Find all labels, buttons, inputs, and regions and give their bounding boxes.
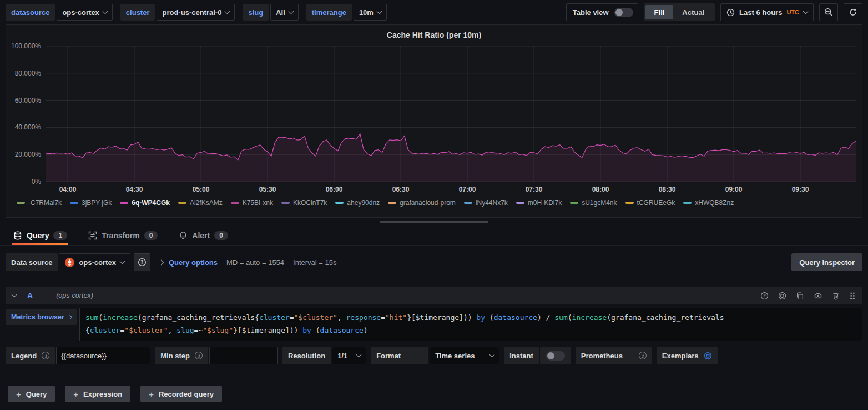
tab-transform[interactable]: Transform0 xyxy=(87,228,159,245)
promql-editor[interactable]: sum(increase(grafana_caching_retrievals{… xyxy=(79,308,862,341)
zoom-out-button[interactable] xyxy=(819,3,838,21)
legend-item[interactable]: xHWQB8Znz xyxy=(683,199,734,207)
add-recorded-query-button[interactable]: +Recorded query xyxy=(140,386,222,402)
variable-slug: slug All xyxy=(243,4,298,21)
svg-text:05:30: 05:30 xyxy=(259,186,276,193)
time-range-picker[interactable]: Last 6 hours UTC xyxy=(720,3,814,21)
legend-item[interactable]: sU1gcM4nk xyxy=(570,199,617,207)
min-step-input[interactable] xyxy=(209,347,278,364)
pane-resize-row xyxy=(0,218,868,226)
format-select[interactable]: Time series xyxy=(430,347,499,364)
actual-button[interactable]: Actual xyxy=(673,5,713,19)
tab-label: Alert xyxy=(192,231,210,240)
time-range-label: Last 6 hours xyxy=(739,8,782,17)
variable-value-timerange[interactable]: 10m xyxy=(354,4,387,21)
query-datasource-hint: (ops-cortex) xyxy=(56,292,93,299)
instant-label-box: Instant xyxy=(504,347,539,364)
tab-alert[interactable]: Alert0 xyxy=(178,228,229,245)
chevron-right-icon xyxy=(158,259,164,265)
metrics-browser-button[interactable]: Metrics browser xyxy=(6,309,77,325)
add-expression-button[interactable]: +Expression xyxy=(65,386,130,402)
button-label: Query xyxy=(26,390,47,398)
help-circle-icon: ? xyxy=(138,258,147,267)
instant-toggle[interactable] xyxy=(546,351,565,361)
legend-item[interactable]: grafanacloud-prom xyxy=(388,199,456,207)
display-mode-group: Fill Actual xyxy=(644,3,715,21)
variable-value-text: prod-us-central-0 xyxy=(162,8,221,17)
max-data-points-text: MD = auto = 1554 xyxy=(226,258,284,267)
record-icon[interactable] xyxy=(778,292,786,300)
legend-item[interactable]: tCGRUEeGk xyxy=(625,199,675,207)
legend-series-name: -C7RMai7k xyxy=(28,199,62,207)
query-options-toggle[interactable]: Query options xyxy=(159,258,218,267)
button-label: Recorded query xyxy=(159,390,214,398)
svg-text:04:00: 04:00 xyxy=(59,186,77,193)
info-icon[interactable]: i xyxy=(42,352,49,359)
legend-swatch xyxy=(625,202,634,204)
legend-input[interactable] xyxy=(56,347,150,364)
legend-item[interactable]: 6q-WP4CGk xyxy=(120,199,170,207)
legend-item[interactable]: m0H-KDi7k xyxy=(516,199,562,207)
datasource-label: Data source xyxy=(6,253,58,271)
datasource-help-button[interactable]: ? xyxy=(134,253,150,271)
svg-text:07:00: 07:00 xyxy=(459,186,476,193)
table-view-toggle[interactable] xyxy=(614,8,633,17)
variable-datasource: datasource ops-cortex xyxy=(6,4,113,21)
format-label: Format xyxy=(376,352,401,360)
info-icon[interactable]: i xyxy=(195,352,203,359)
legend-item[interactable]: 3jBPY-jGk xyxy=(70,199,112,207)
min-step-label-box: Min stepi xyxy=(155,347,208,364)
info-icon[interactable]: i xyxy=(639,352,647,359)
query-row-header: A (ops-cortex) ? xyxy=(6,287,862,304)
pane-resize-handle[interactable] xyxy=(380,221,488,223)
legend-swatch xyxy=(388,202,396,204)
variable-value-cluster[interactable]: prod-us-central-0 xyxy=(157,4,235,21)
chevron-right-icon xyxy=(68,315,72,319)
help-icon[interactable]: ? xyxy=(760,292,769,300)
tab-query[interactable]: Query1 xyxy=(12,228,68,245)
legend-item[interactable]: -C7RMai7k xyxy=(17,199,62,207)
chevron-down-icon xyxy=(376,9,382,14)
svg-text:80.000%: 80.000% xyxy=(15,69,42,77)
fill-button[interactable]: Fill xyxy=(645,5,674,19)
variable-cluster: cluster prod-us-central-0 xyxy=(120,4,235,21)
query-type-option: Prometheusi xyxy=(576,347,652,364)
refresh-button[interactable] xyxy=(844,3,862,21)
variable-value-datasource[interactable]: ops-cortex xyxy=(57,4,112,21)
plus-icon: + xyxy=(149,389,154,399)
legend-item[interactable]: iNy44Nx7k xyxy=(464,199,508,207)
svg-text:100.000%: 100.000% xyxy=(11,42,41,50)
plus-icon: + xyxy=(73,389,78,399)
legend-series-name: ahey90dnz xyxy=(347,199,380,207)
svg-text:40.000%: 40.000% xyxy=(15,123,42,131)
legend-series-name: Ai2fKsAMz xyxy=(190,199,223,207)
legend-swatch xyxy=(570,202,578,204)
add-query-button[interactable]: +Query xyxy=(8,386,55,402)
instant-toggle-box xyxy=(540,347,571,364)
collapse-chevron-icon[interactable] xyxy=(12,292,17,298)
remove-icon[interactable] xyxy=(832,292,840,300)
legend-item[interactable]: KkOCinT7k xyxy=(281,199,327,207)
query-inspector-button[interactable]: Query inspector xyxy=(791,253,862,271)
min-step-label: Min step xyxy=(160,352,190,360)
resolution-select[interactable]: 1/1 xyxy=(332,347,366,364)
zoom-out-icon xyxy=(824,8,833,17)
legend-item[interactable]: K75BI-xnk xyxy=(231,199,273,207)
legend-swatch xyxy=(464,202,472,204)
duplicate-icon[interactable] xyxy=(796,292,804,300)
exemplars-bullseye-icon[interactable] xyxy=(704,352,712,360)
variable-value-slug[interactable]: All xyxy=(270,4,299,21)
legend-series-name: K75BI-xnk xyxy=(243,199,273,207)
query-ref-id[interactable]: A xyxy=(27,291,33,300)
legend-item[interactable]: Ai2fKsAMz xyxy=(178,199,223,207)
time-series-canvas[interactable]: 0%20.000%40.000%60.000%80.000%100.000%04… xyxy=(10,42,858,195)
hide-icon[interactable] xyxy=(814,292,822,300)
timezone-label: UTC xyxy=(786,9,799,16)
chart-legend: -C7RMai7k3jBPY-jGk6q-WP4CGkAi2fKsAMzK75B… xyxy=(10,197,858,207)
legend-series-name: KkOCinT7k xyxy=(293,199,327,207)
query-type-label: Prometheus xyxy=(581,352,623,360)
drag-icon[interactable] xyxy=(849,292,856,300)
datasource-picker[interactable]: ops-cortex xyxy=(59,253,130,271)
chart-plot[interactable]: 0%20.000%40.000%60.000%80.000%100.000%04… xyxy=(10,42,858,197)
legend-item[interactable]: ahey90dnz xyxy=(335,199,380,207)
